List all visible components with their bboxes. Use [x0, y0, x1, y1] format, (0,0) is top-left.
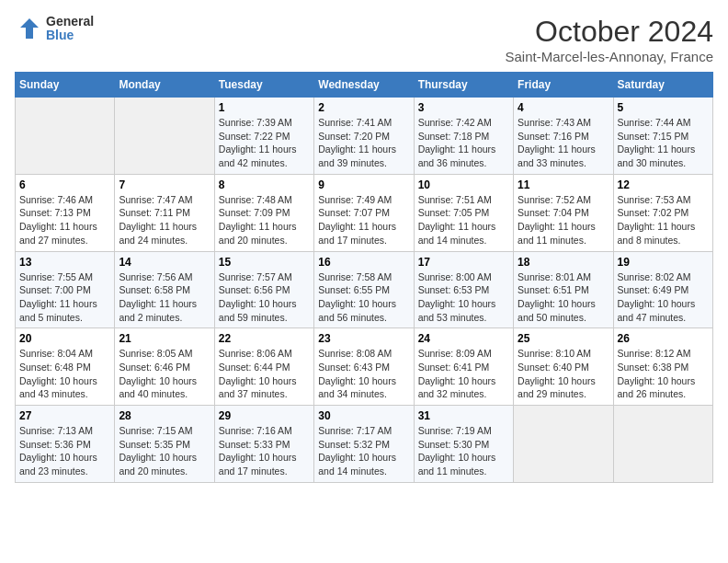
calendar-cell: [514, 406, 613, 483]
calendar-cell: 27Sunrise: 7:13 AM Sunset: 5:36 PM Dayli…: [16, 406, 115, 483]
day-number: 4: [518, 101, 609, 114]
calendar-day-header: Sunday: [16, 73, 115, 98]
day-info: Sunrise: 7:15 AM Sunset: 5:35 PM Dayligh…: [119, 424, 210, 478]
calendar-day-header: Saturday: [613, 73, 712, 98]
day-number: 25: [518, 332, 609, 345]
calendar-day-header: Wednesday: [314, 73, 414, 98]
day-info: Sunrise: 8:01 AM Sunset: 6:51 PM Dayligh…: [518, 270, 609, 325]
calendar-table: SundayMondayTuesdayWednesdayThursdayFrid…: [15, 72, 713, 483]
calendar-cell: 11Sunrise: 7:52 AM Sunset: 7:04 PM Dayli…: [514, 174, 613, 251]
day-number: 9: [318, 178, 409, 191]
day-info: Sunrise: 7:19 AM Sunset: 5:30 PM Dayligh…: [418, 424, 509, 478]
day-number: 31: [418, 409, 509, 422]
day-info: Sunrise: 7:16 AM Sunset: 5:33 PM Dayligh…: [219, 424, 310, 478]
logo-line1: General: [46, 15, 94, 29]
day-info: Sunrise: 7:52 AM Sunset: 7:04 PM Dayligh…: [518, 193, 609, 247]
calendar-cell: 31Sunrise: 7:19 AM Sunset: 5:30 PM Dayli…: [414, 406, 513, 483]
day-info: Sunrise: 8:06 AM Sunset: 6:44 PM Dayligh…: [219, 347, 310, 401]
calendar-cell: 28Sunrise: 7:15 AM Sunset: 5:35 PM Dayli…: [115, 406, 214, 483]
day-info: Sunrise: 7:47 AM Sunset: 7:11 PM Dayligh…: [119, 193, 210, 247]
calendar-cell: 12Sunrise: 7:53 AM Sunset: 7:02 PM Dayli…: [613, 174, 712, 251]
calendar-day-header: Tuesday: [214, 73, 313, 98]
calendar-cell: 21Sunrise: 8:05 AM Sunset: 6:46 PM Dayli…: [115, 328, 214, 406]
calendar-cell: 22Sunrise: 8:06 AM Sunset: 6:44 PM Dayli…: [214, 328, 313, 406]
page-title: October 2024: [506, 15, 713, 49]
day-number: 11: [518, 178, 609, 191]
calendar-body: 1Sunrise: 7:39 AM Sunset: 7:22 PM Daylig…: [16, 98, 713, 483]
calendar-cell: 13Sunrise: 7:55 AM Sunset: 7:00 PM Dayli…: [16, 251, 115, 328]
page-subtitle: Saint-Marcel-les-Annonay, France: [506, 49, 713, 64]
calendar-cell: 15Sunrise: 7:57 AM Sunset: 6:56 PM Dayli…: [214, 251, 313, 328]
day-number: 2: [318, 101, 409, 114]
calendar-cell: 24Sunrise: 8:09 AM Sunset: 6:41 PM Dayli…: [414, 328, 513, 406]
day-info: Sunrise: 8:00 AM Sunset: 6:53 PM Dayligh…: [418, 270, 509, 325]
day-number: 23: [318, 332, 409, 345]
calendar-cell: 1Sunrise: 7:39 AM Sunset: 7:22 PM Daylig…: [214, 98, 313, 175]
day-number: 3: [418, 101, 509, 114]
day-number: 26: [618, 332, 709, 345]
day-number: 18: [518, 256, 609, 269]
day-number: 8: [219, 178, 310, 191]
day-number: 5: [618, 101, 709, 114]
calendar-cell: 10Sunrise: 7:51 AM Sunset: 7:05 PM Dayli…: [414, 174, 513, 251]
day-number: 17: [418, 256, 509, 269]
day-number: 27: [19, 409, 110, 422]
day-number: 10: [418, 178, 509, 191]
day-info: Sunrise: 7:13 AM Sunset: 5:36 PM Dayligh…: [19, 424, 110, 478]
day-info: Sunrise: 7:46 AM Sunset: 7:13 PM Dayligh…: [19, 193, 110, 247]
calendar-cell: 26Sunrise: 8:12 AM Sunset: 6:38 PM Dayli…: [613, 328, 712, 406]
calendar-week-row: 27Sunrise: 7:13 AM Sunset: 5:36 PM Dayli…: [16, 406, 713, 483]
calendar-cell: 25Sunrise: 8:10 AM Sunset: 6:40 PM Dayli…: [514, 328, 613, 406]
day-number: 13: [19, 256, 110, 269]
calendar-cell: 29Sunrise: 7:16 AM Sunset: 5:33 PM Dayli…: [214, 406, 313, 483]
day-info: Sunrise: 7:41 AM Sunset: 7:20 PM Dayligh…: [318, 116, 409, 170]
day-number: 16: [318, 256, 409, 269]
calendar-cell: 30Sunrise: 7:17 AM Sunset: 5:32 PM Dayli…: [314, 406, 414, 483]
title-block: October 2024 Saint-Marcel-les-Annonay, F…: [506, 15, 713, 64]
calendar-cell: 3Sunrise: 7:42 AM Sunset: 7:18 PM Daylig…: [414, 98, 513, 175]
calendar-cell: 18Sunrise: 8:01 AM Sunset: 6:51 PM Dayli…: [514, 251, 613, 328]
day-number: 12: [618, 178, 709, 191]
day-info: Sunrise: 7:51 AM Sunset: 7:05 PM Dayligh…: [418, 193, 509, 247]
day-info: Sunrise: 7:53 AM Sunset: 7:02 PM Dayligh…: [618, 193, 709, 247]
day-number: 6: [19, 178, 110, 191]
day-info: Sunrise: 8:12 AM Sunset: 6:38 PM Dayligh…: [618, 347, 709, 401]
day-number: 28: [119, 409, 210, 422]
day-info: Sunrise: 7:42 AM Sunset: 7:18 PM Dayligh…: [418, 116, 509, 170]
logo-icon: [15, 15, 42, 42]
calendar-cell: 7Sunrise: 7:47 AM Sunset: 7:11 PM Daylig…: [115, 174, 214, 251]
logo-line2: Blue: [46, 29, 94, 42]
day-info: Sunrise: 8:10 AM Sunset: 6:40 PM Dayligh…: [518, 347, 609, 401]
day-info: Sunrise: 7:58 AM Sunset: 6:55 PM Dayligh…: [318, 270, 409, 325]
logo-text: General Blue: [46, 15, 94, 43]
day-number: 30: [318, 409, 409, 422]
day-number: 1: [219, 101, 310, 114]
calendar-cell: 14Sunrise: 7:56 AM Sunset: 6:58 PM Dayli…: [115, 251, 214, 328]
calendar-cell: [115, 98, 214, 175]
day-number: 29: [219, 409, 310, 422]
day-info: Sunrise: 8:02 AM Sunset: 6:49 PM Dayligh…: [618, 270, 709, 325]
calendar-cell: 17Sunrise: 8:00 AM Sunset: 6:53 PM Dayli…: [414, 251, 513, 328]
calendar-cell: [16, 98, 115, 175]
calendar-cell: 16Sunrise: 7:58 AM Sunset: 6:55 PM Dayli…: [314, 251, 414, 328]
calendar-cell: 5Sunrise: 7:44 AM Sunset: 7:15 PM Daylig…: [613, 98, 712, 175]
day-number: 7: [119, 178, 210, 191]
day-info: Sunrise: 7:43 AM Sunset: 7:16 PM Dayligh…: [518, 116, 609, 170]
day-info: Sunrise: 7:57 AM Sunset: 6:56 PM Dayligh…: [219, 270, 310, 325]
day-number: 21: [119, 332, 210, 345]
calendar-header-row: SundayMondayTuesdayWednesdayThursdayFrid…: [16, 73, 713, 98]
day-number: 24: [418, 332, 509, 345]
day-info: Sunrise: 8:08 AM Sunset: 6:43 PM Dayligh…: [318, 347, 409, 401]
calendar-cell: 23Sunrise: 8:08 AM Sunset: 6:43 PM Dayli…: [314, 328, 414, 406]
logo: General Blue: [15, 15, 94, 43]
day-info: Sunrise: 7:48 AM Sunset: 7:09 PM Dayligh…: [219, 193, 310, 247]
day-number: 15: [219, 256, 310, 269]
calendar-cell: 2Sunrise: 7:41 AM Sunset: 7:20 PM Daylig…: [314, 98, 414, 175]
day-number: 14: [119, 256, 210, 269]
calendar-cell: [613, 406, 712, 483]
calendar-week-row: 1Sunrise: 7:39 AM Sunset: 7:22 PM Daylig…: [16, 98, 713, 175]
calendar-cell: 6Sunrise: 7:46 AM Sunset: 7:13 PM Daylig…: [16, 174, 115, 251]
calendar-day-header: Monday: [115, 73, 214, 98]
day-info: Sunrise: 7:56 AM Sunset: 6:58 PM Dayligh…: [119, 270, 210, 325]
day-info: Sunrise: 7:49 AM Sunset: 7:07 PM Dayligh…: [318, 193, 409, 247]
